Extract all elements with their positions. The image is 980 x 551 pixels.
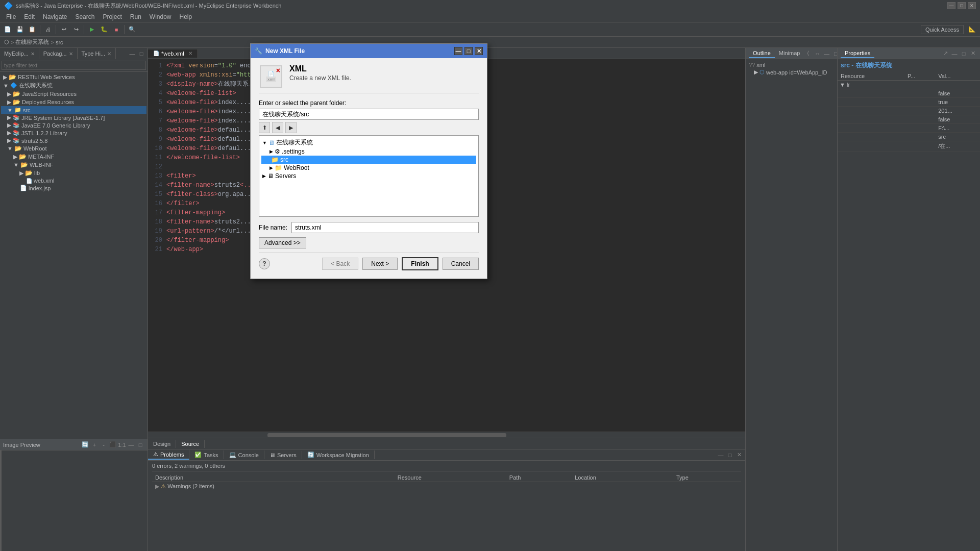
collapse-outline-icon[interactable]: ⟨ (804, 49, 812, 58)
maximize-props-icon[interactable]: □ (960, 49, 968, 58)
nav-forward-icon[interactable]: ▶ (285, 122, 297, 133)
tab-problems[interactable]: ⚠ Problems (148, 450, 189, 460)
tree-item-jre[interactable]: ▶ 📚 JRE System Library [JavaSE-1.7] (1, 114, 146, 121)
menu-file[interactable]: File (2, 12, 20, 21)
dialog-close-button[interactable]: ✕ (475, 47, 483, 55)
zoom-out-icon[interactable]: - (100, 441, 108, 449)
external-icon[interactable]: ↗ (941, 49, 949, 58)
folder-tree-settings[interactable]: ▶ ⚙ .settings (261, 147, 476, 156)
toolbar-print[interactable]: 🖨 (42, 24, 54, 35)
tree-item-deployed[interactable]: ▶ 📂 Deployed Resources (1, 98, 146, 106)
zoom-in-icon[interactable]: + (90, 441, 99, 449)
minimize-button[interactable]: — (947, 2, 955, 9)
tree-item-struts[interactable]: ▶ 📚 struts2.5.8 (1, 137, 146, 144)
next-button[interactable]: Next > (362, 258, 398, 270)
toolbar-new[interactable]: 📄 (2, 24, 13, 35)
maximize-bottom-icon[interactable]: □ (726, 451, 734, 459)
toolbar-stop[interactable]: ■ (111, 24, 122, 35)
actual-size-icon[interactable]: 1:1 (118, 441, 126, 449)
parent-folder-input[interactable] (259, 109, 479, 120)
tree-item-src[interactable]: ▼ 📁 src (1, 106, 146, 114)
tree-item-indexjsp[interactable]: 📄 index.jsp (1, 184, 146, 192)
dialog-minimize-button[interactable]: — (454, 47, 462, 55)
folder-tree-src[interactable]: 📁 src (261, 156, 476, 164)
tab-package-close[interactable]: ✕ (69, 51, 73, 57)
menu-project[interactable]: Project (99, 12, 126, 21)
minimize-preview-icon[interactable]: — (127, 441, 135, 449)
finish-button[interactable]: Finish (402, 257, 438, 270)
toolbar-debug[interactable]: 🐛 (99, 24, 110, 35)
tab-properties[interactable]: Properties (841, 49, 874, 58)
menu-help[interactable]: Help (176, 12, 197, 21)
search-input[interactable] (2, 61, 146, 70)
tab-typehierarchy[interactable]: Type Hi... ✕ (78, 48, 116, 59)
expand-warnings-icon[interactable]: ▶ (155, 483, 159, 489)
tree-item-webxml[interactable]: 📄 web.xml (1, 177, 146, 184)
sync-icon[interactable]: 🔄 (81, 441, 89, 449)
tab-typehierarchy-close[interactable]: ✕ (107, 51, 111, 57)
minimize-outline-icon[interactable]: — (822, 49, 830, 58)
toolbar-run[interactable]: ▶ (86, 24, 97, 35)
tree-item-metainf[interactable]: ▶ 📂 META-INF (1, 153, 146, 161)
horizontal-scrollbar[interactable] (148, 432, 745, 438)
minimize-bottom-icon[interactable]: — (717, 451, 725, 459)
folder-tree-project[interactable]: ▼ 🖥 在线聊天系统 (261, 138, 476, 147)
close-bottom-icon[interactable]: ✕ (735, 451, 743, 459)
menu-edit[interactable]: Edit (20, 12, 39, 21)
maximize-panel-icon[interactable]: □ (137, 49, 145, 58)
file-name-input[interactable] (291, 222, 479, 233)
toolbar-perspective[interactable]: 📐 (967, 24, 978, 35)
toolbar-save[interactable]: 💾 (14, 24, 26, 35)
editor-tab-webxml[interactable]: 📄 *web.xml ✕ (148, 49, 198, 58)
advanced-button[interactable]: Advanced >> (259, 237, 306, 248)
scrollbar-thumb[interactable] (267, 433, 506, 437)
folder-tree-servers[interactable]: ▶ 🖥 Servers (261, 172, 476, 180)
tab-myeclipse-close[interactable]: ✕ (31, 51, 35, 57)
maximize-button[interactable]: □ (958, 2, 966, 9)
menu-run[interactable]: Run (126, 12, 145, 21)
close-button[interactable]: ✕ (968, 2, 976, 9)
toolbar-search[interactable]: 🔍 (127, 24, 138, 35)
back-button[interactable]: < Back (322, 258, 358, 270)
tab-package[interactable]: Packag... ✕ (39, 48, 78, 59)
close-props-icon[interactable]: ✕ (969, 49, 977, 58)
help-button[interactable]: ? (259, 258, 270, 269)
close-tab-icon[interactable]: ✕ (188, 51, 192, 56)
fit-icon[interactable]: ⬛ (109, 441, 117, 449)
breadcrumb-src[interactable]: src (56, 39, 63, 45)
resize-handle[interactable] (0, 450, 2, 551)
nav-up-icon[interactable]: ⬆ (259, 122, 270, 133)
tree-item-js[interactable]: ▶ 📂 JavaScript Resources (1, 90, 146, 98)
tab-servers[interactable]: 🖥 Servers (264, 451, 302, 459)
tab-source[interactable]: Source (176, 440, 205, 448)
tab-tasks[interactable]: ✅ Tasks (189, 450, 224, 459)
menu-navigate[interactable]: Navigate (39, 12, 71, 21)
folder-tree-webroot[interactable]: ▶ 📁 WebRoot (261, 164, 476, 172)
menu-window[interactable]: Window (145, 12, 176, 21)
tree-item-project[interactable]: ▼ 🔷 在线聊天系统 (1, 81, 146, 90)
tab-minimap[interactable]: Minimap (775, 49, 804, 58)
tree-item-restful[interactable]: ▶ 📂 RESTful Web Services (1, 73, 146, 81)
tree-item-lib[interactable]: ▶ 📂 lib (1, 169, 146, 177)
maximize-preview-icon[interactable]: □ (136, 441, 144, 449)
tree-item-webroot[interactable]: ▼ 📂 WebRoot (1, 144, 146, 153)
cancel-button[interactable]: Cancel (443, 258, 479, 270)
toolbar-undo[interactable]: ↩ (58, 24, 69, 35)
minimize-panel-icon[interactable]: — (128, 49, 136, 58)
quick-access-button[interactable]: Quick Access (921, 25, 964, 34)
toolbar-save-all[interactable]: 📋 (27, 24, 38, 35)
sync-outline-icon[interactable]: ↔ (813, 49, 821, 58)
menu-search[interactable]: Search (71, 12, 99, 21)
outline-item-webapp[interactable]: ▶ ⬡ web-app id=WebApp_ID (748, 68, 835, 76)
nav-back-icon[interactable]: ◀ (272, 122, 283, 133)
toolbar-redo[interactable]: ↪ (70, 24, 82, 35)
tab-workspace-migration[interactable]: 🔄 Workspace Migration (302, 450, 375, 459)
tab-console[interactable]: 💻 Console (224, 450, 264, 459)
tab-design[interactable]: Design (148, 440, 176, 448)
tree-item-webinf[interactable]: ▼ 📂 WEB-INF (1, 161, 146, 169)
tree-item-javaee[interactable]: ▶ 📚 JavaEE 7.0 Generic Library (1, 121, 146, 129)
expand-section-icon[interactable]: ▼ (840, 82, 845, 88)
tab-outline[interactable]: Outline (749, 49, 775, 58)
tree-item-jstl[interactable]: ▶ 📚 JSTL 1.2.2 Library (1, 129, 146, 137)
breadcrumb-project[interactable]: 在线聊天系统 (15, 38, 49, 46)
